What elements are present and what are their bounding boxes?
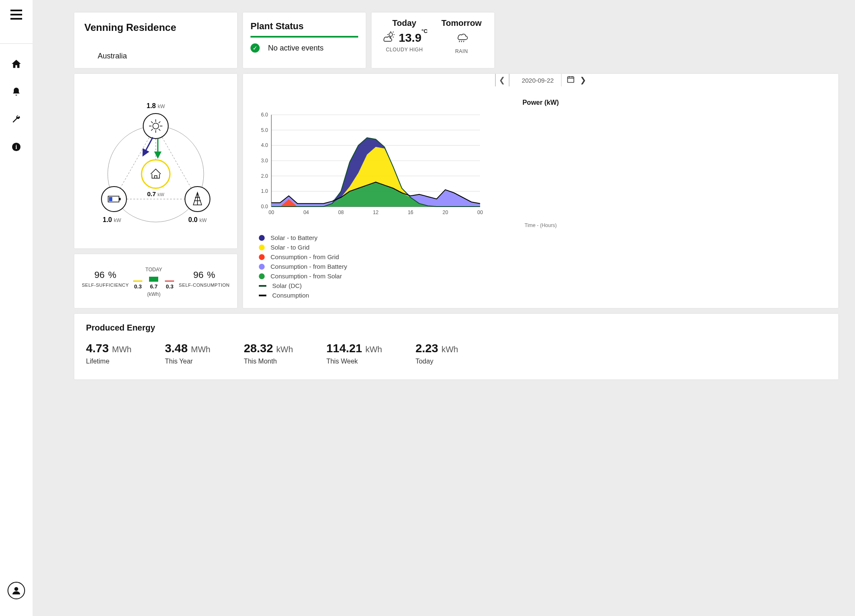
svg-rect-19 — [568, 77, 574, 82]
produced-item: 3.48 MWhThis Year — [165, 342, 210, 365]
date-next-button[interactable]: ❯ — [580, 76, 586, 85]
chart-legend: Solar - to BatterySolar - to GridConsump… — [250, 234, 831, 299]
produced-item: 4.73 MWhLifetime — [86, 342, 132, 365]
weather-today-label: Today — [392, 18, 416, 28]
status-message: No active events — [268, 44, 324, 53]
check-icon: ✓ — [250, 43, 260, 53]
svg-rect-11 — [109, 197, 112, 201]
energy-flow-card: 1.8 kW 0.7 kW 1.0 kW 0.0 kW — [74, 74, 237, 248]
svg-text:00: 00 — [268, 210, 274, 215]
legend-item[interactable]: Solar (DC) — [259, 282, 831, 289]
energy-flow-diagram: 1.8 kW 0.7 kW 1.0 kW 0.0 kW — [74, 74, 237, 248]
wrench-icon[interactable] — [9, 112, 23, 126]
legend-item[interactable]: Consumption - from Grid — [259, 253, 831, 260]
svg-text:1.0 kW: 1.0 kW — [103, 216, 121, 223]
cloud-sun-icon — [381, 30, 395, 45]
svg-rect-10 — [119, 198, 121, 200]
plant-status-card: Plant Status ✓ No active events — [243, 13, 366, 68]
user-icon[interactable] — [8, 582, 25, 599]
legend-item[interactable]: Consumption — [259, 292, 831, 299]
legend-item[interactable]: Consumption - from Solar — [259, 273, 831, 280]
weather-card: Today 13.9°C CLOUDY HIGH Tomorrow — [372, 13, 494, 68]
produced-title: Produced Energy — [86, 323, 827, 333]
power-chart-card: ❮ 2020-09-22 ❯ Power (kW) 0.01.02.03.04.… — [243, 74, 838, 308]
svg-text:5.0: 5.0 — [261, 127, 268, 133]
produced-energy-card: Produced Energy 4.73 MWhLifetime3.48 MWh… — [74, 314, 838, 379]
svg-text:i: i — [15, 144, 17, 150]
rain-icon — [455, 30, 469, 47]
chart-xlabel: Time - (Hours) — [250, 222, 831, 228]
weather-tomorrow-label: Tomorrow — [441, 18, 481, 28]
svg-point-3 — [389, 33, 393, 37]
svg-text:1.0: 1.0 — [261, 188, 268, 194]
self-sufficiency-label: SELF-SUFFICIENCY — [82, 283, 129, 288]
info-icon[interactable]: i — [9, 140, 23, 154]
svg-text:0.7 kW: 0.7 kW — [147, 190, 165, 197]
self-metrics-card: 96 % SELF-SUFFICIENCY TODAY 0.36.70.3 (k… — [74, 254, 237, 308]
svg-text:1.8 kW: 1.8 kW — [147, 102, 165, 109]
status-underline — [250, 36, 358, 38]
svg-text:20: 20 — [443, 210, 448, 215]
produced-item: 2.23 kWhToday — [415, 342, 458, 365]
plant-title-card: Venning Residence Australia — [74, 13, 237, 68]
bell-icon[interactable] — [9, 85, 23, 99]
weather-today-desc: CLOUDY HIGH — [386, 47, 423, 53]
legend-item[interactable]: Solar - to Grid — [259, 244, 831, 251]
main-content: Venning Residence Australia Plant Status… — [33, 0, 855, 616]
svg-text:04: 04 — [304, 210, 309, 215]
svg-text:4.0: 4.0 — [261, 142, 268, 148]
produced-item: 114.21 kWhThis Week — [326, 342, 382, 365]
svg-text:00: 00 — [477, 210, 483, 215]
plant-name: Venning Residence — [84, 22, 227, 33]
menu-toggle-icon[interactable] — [9, 8, 23, 22]
sidebar: i — [0, 0, 33, 616]
self-sufficiency-value: 96 % — [82, 267, 129, 281]
svg-text:16: 16 — [408, 210, 414, 215]
svg-text:0.0 kW: 0.0 kW — [188, 216, 207, 223]
svg-point-5 — [142, 160, 170, 188]
svg-point-2 — [14, 587, 18, 591]
power-chart[interactable]: 0.01.02.03.04.05.06.000040812162000 — [250, 111, 484, 219]
svg-point-6 — [143, 114, 168, 139]
svg-text:0.0: 0.0 — [261, 204, 268, 210]
svg-text:12: 12 — [373, 210, 379, 215]
weather-today-temp: 13.9°C — [399, 31, 428, 45]
today-bars: 0.36.70.3 — [133, 277, 174, 290]
legend-item[interactable]: Consumption - from Battery — [259, 263, 831, 270]
weather-tomorrow-desc: RAIN — [455, 48, 468, 54]
produced-item: 28.32 kWhThis Month — [244, 342, 293, 365]
today-label: TODAY — [133, 267, 174, 273]
chart-title: Power (kW) — [250, 99, 831, 106]
legend-item[interactable]: Solar - to Battery — [259, 234, 831, 241]
svg-text:08: 08 — [338, 210, 344, 215]
svg-point-8 — [101, 187, 126, 212]
today-unit: (kWh) — [133, 291, 174, 297]
calendar-icon[interactable] — [567, 75, 575, 86]
svg-text:3.0: 3.0 — [261, 158, 268, 164]
svg-line-13 — [143, 137, 153, 155]
date-prev-button[interactable]: ❮ — [495, 74, 509, 86]
svg-text:2.0: 2.0 — [261, 173, 268, 179]
status-title: Plant Status — [250, 21, 358, 32]
home-icon[interactable] — [9, 57, 23, 71]
plant-location: Australia — [84, 52, 227, 61]
self-consumption-value: 96 % — [179, 267, 230, 281]
date-display[interactable]: 2020-09-22 — [514, 74, 562, 86]
divider — [0, 43, 33, 44]
svg-text:6.0: 6.0 — [261, 112, 268, 118]
self-consumption-label: SELF-CONSUMPTION — [179, 283, 230, 288]
